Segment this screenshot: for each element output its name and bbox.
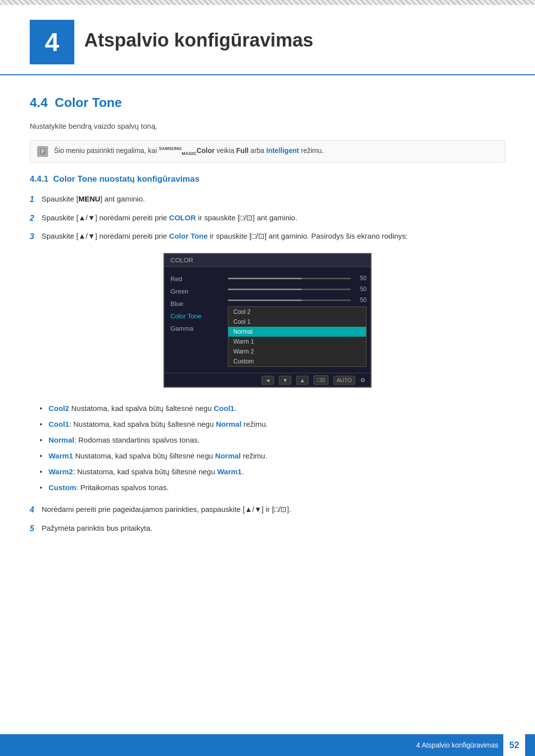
note-samsung: SAMSUNG [159, 146, 182, 151]
osd-gear-icon: ⚙ [360, 377, 366, 384]
step-3: 3 Spauskite [▲/▼] norėdami pereiti prie … [30, 230, 505, 243]
osd-item-blue: Blue [164, 298, 224, 310]
osd-slider-blue: 50 [228, 295, 367, 305]
step-2-number: 2 [30, 212, 42, 225]
bullet-warm2-text: : Nustatoma, kad spalva būtų šiltesnė ne… [73, 467, 217, 476]
bullet-cool2-bold: Cool2 [49, 404, 69, 412]
note-text-before: Šio meniu pasirinkti negalima, kai [54, 147, 159, 154]
osd-title: COLOR [170, 256, 193, 264]
step-4-number: 4 [30, 504, 42, 516]
osd-left-menu: Red Green Blue Color Tone Gamma [164, 271, 224, 369]
osd-slider-red-fill [228, 278, 302, 279]
bullet-warm2: Warm2: Nustatoma, kad spalva būtų šiltes… [40, 466, 505, 478]
osd-slider-red-bar [228, 278, 351, 279]
osd-right-values: 50 50 [224, 271, 371, 369]
bullet-list: Cool2 Nustatoma, kad spalva būtų šaltesn… [40, 403, 505, 494]
page: 4 Atspalvio konfigūravimas 4.4 Color Ton… [0, 0, 535, 756]
note-intelligent: Intelligent [267, 147, 299, 154]
osd-option-normal: Normal [228, 327, 366, 337]
step-2: 2 Spauskite [▲/▼] norėdami pereiti prie … [30, 212, 505, 225]
note-brand-color: Color [197, 147, 215, 154]
steps-list: 1 Spauskite [MENU] ant gaminio. 2 Spausk… [30, 193, 505, 243]
osd-slider-blue-bar [228, 300, 351, 301]
bullet-cool1: Cool1: Nustatoma, kad spalva būtų šaltes… [40, 418, 505, 430]
osd-item-green: Green [164, 285, 224, 298]
osd-btn-down[interactable]: ▼ [279, 376, 291, 385]
chapter-title: Atspalvio konfigūravimas [84, 20, 313, 51]
bullet-normal-bold: Normal [49, 436, 74, 444]
bullet-warm1: Warm1 Nustatoma, kad spalva būtų šiltesn… [40, 450, 505, 462]
step-3-text: Spauskite [▲/▼] norėdami pereiti prie Co… [42, 230, 505, 242]
osd-option-cool2: Cool 2 [228, 307, 366, 317]
osd-btn-up[interactable]: ▲ [296, 376, 309, 385]
osd-btn-auto[interactable]: AUTO [333, 376, 355, 385]
subsection-title: Color Tone nuostatų konfigūravimas [53, 174, 199, 184]
note-magic: MAGIC [182, 151, 197, 156]
osd-item-red: Red [164, 273, 224, 285]
osd-btn-enter[interactable]: □⊡ [314, 375, 328, 385]
osd-option-cool1: Cool 1 [228, 317, 366, 327]
osd-item-colortone: Color Tone [164, 310, 224, 322]
step-5-number: 5 [30, 522, 42, 535]
section-heading: 4.4 Color Tone [30, 95, 505, 110]
osd-slider-green-bar [228, 289, 351, 290]
osd-slider-blue-val: 50 [355, 297, 367, 303]
description: Nustatykite bendrą vaizdo spalvų toną. [30, 120, 505, 132]
step-4: 4 Norėdami pereiti prie pageidaujamos pa… [30, 504, 505, 516]
subsection-heading: 4.4.1 Color Tone nuostatų konfigūravimas [30, 174, 505, 184]
bullet-warm1-bold: Warm1 [49, 452, 73, 460]
footer-page-number: 52 [503, 734, 525, 756]
osd-item-gamma: Gamma [164, 322, 224, 335]
bullet-cool1-text: : Nustatoma, kad spalva būtų šaltesnė ne… [69, 420, 216, 428]
chapter-number: 4 [30, 20, 74, 64]
osd-body: Red Green Blue Color Tone Gamma [164, 267, 371, 373]
bullet-warm2-bold: Warm2 [49, 467, 73, 476]
bullet-custom: Custom: Pritaikomas spalvos tonas. [40, 482, 505, 494]
pencil-icon [39, 148, 47, 155]
bullet-cool1-ref: Normal [216, 420, 242, 428]
svg-rect-2 [41, 151, 44, 152]
osd-option-warm1: Warm 1 [228, 337, 366, 347]
footer: 4 Atspalvio konfigūravimas 52 [0, 734, 535, 756]
step-4-text: Norėdami pereiti prie pageidaujamos pari… [42, 504, 505, 515]
step-2-text: Spauskite [▲/▼] norėdami pereiti prie CO… [42, 212, 505, 224]
bullet-normal: Normal: Rodomas standartinis spalvos ton… [40, 434, 505, 446]
osd-slider-red: 50 [228, 273, 367, 284]
osd-title-bar: COLOR [164, 254, 371, 267]
osd-slider-green: 50 [228, 284, 367, 295]
bullet-warm2-ref: Warm1 [217, 467, 241, 476]
header-stripe [0, 0, 535, 5]
note-icon [37, 146, 48, 157]
note-content: Šio meniu pasirinkti negalima, kai SAMSU… [54, 146, 323, 157]
note-full: Full [236, 147, 249, 154]
osd-btn-left[interactable]: ◄ [262, 376, 274, 385]
osd-slider-blue-fill [228, 300, 302, 301]
osd-colortone-dropdown: Cool 2 Cool 1 Normal Warm 1 Warm 2 Custo… [228, 306, 367, 367]
step-1-number: 1 [30, 193, 42, 206]
bullet-cool2-text: Nustatoma, kad spalva būtų šaltesnė negu [69, 404, 214, 412]
svg-rect-1 [41, 150, 44, 151]
bullet-custom-text: : Pritaikomas spalvos tonas. [76, 483, 169, 492]
main-content: 4.4 Color Tone Nustatykite bendrą vaizdo… [0, 95, 535, 535]
bullet-cool2-ref: Cool1 [214, 404, 235, 412]
note-rezimas: režimu. [299, 147, 324, 154]
bullet-normal-text: : Rodomas standartinis spalvos tonas. [74, 436, 200, 444]
bullet-cool2: Cool2 Nustatoma, kad spalva būtų šaltesn… [40, 403, 505, 414]
section-title: Color Tone [55, 95, 122, 110]
svg-rect-3 [41, 152, 43, 153]
osd-slider-green-val: 50 [355, 286, 367, 293]
chapter-header: 4 Atspalvio konfigūravimas [0, 5, 535, 75]
osd-option-custom: Custom [228, 356, 366, 366]
subsection-number: 4.4.1 [30, 174, 49, 184]
osd-slider-red-val: 50 [355, 275, 367, 282]
note-box: Šio meniu pasirinkti negalima, kai SAMSU… [30, 140, 505, 162]
step-5: 5 Pažymėta parinktis bus pritaikyta. [30, 522, 505, 535]
footer-chapter-label: 4 Atspalvio konfigūravimas [416, 741, 498, 749]
osd-slider-green-fill [228, 289, 302, 290]
note-arba: arba [249, 147, 267, 154]
osd-screen: COLOR Red Green Blue Color Tone Gamma [163, 253, 372, 388]
osd-colortone-dropdown-container: Cool 2 Cool 1 Normal Warm 1 Warm 2 Custo… [228, 306, 367, 367]
osd-container: COLOR Red Green Blue Color Tone Gamma [30, 253, 505, 388]
step-1-text: Spauskite [MENU] ant gaminio. [42, 193, 505, 205]
osd-bottom-bar: ◄ ▼ ▲ □⊡ AUTO ⚙ [164, 373, 371, 387]
